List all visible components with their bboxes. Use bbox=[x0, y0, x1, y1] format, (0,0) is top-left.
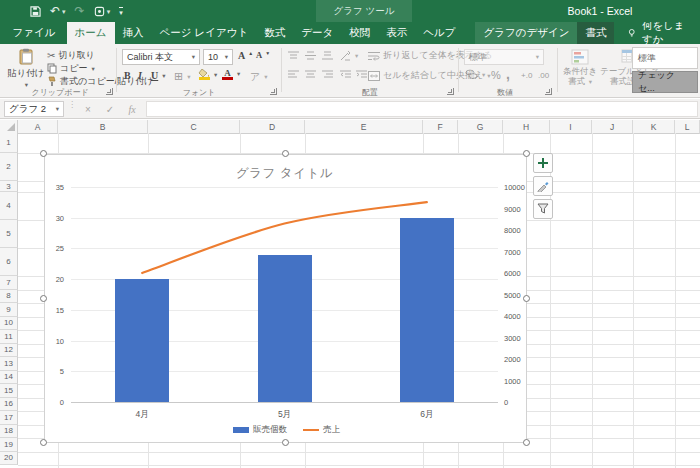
row-header-3[interactable]: 3 bbox=[0, 181, 18, 192]
number-dialog-launcher-icon[interactable] bbox=[545, 88, 552, 95]
insert-function-button[interactable]: fx bbox=[124, 101, 140, 117]
chart-legend[interactable]: 販売個数売上 bbox=[45, 424, 528, 436]
horizontal-align-buttons[interactable] bbox=[288, 70, 333, 79]
shrink-font-button[interactable]: A▼ bbox=[256, 50, 270, 60]
font-size-combobox[interactable]: 10▾ bbox=[203, 49, 233, 65]
row-header-4[interactable]: 4 bbox=[0, 192, 18, 220]
paste-button[interactable]: 貼り付け ▾ bbox=[8, 48, 44, 89]
row-header-9[interactable]: 9 bbox=[0, 303, 18, 317]
comma-style-button[interactable]: , bbox=[506, 66, 510, 82]
row-header-8[interactable]: 8 bbox=[0, 290, 18, 304]
row-header-1[interactable]: 1 bbox=[0, 133, 18, 153]
row-header-7[interactable]: 7 bbox=[0, 276, 18, 290]
chart-filters-button[interactable] bbox=[533, 199, 553, 219]
column-header-A[interactable]: A bbox=[18, 120, 58, 134]
row-header-16[interactable]: 16 bbox=[0, 398, 18, 412]
touch-mode-icon[interactable]: ▾ bbox=[94, 6, 111, 17]
orientation-button[interactable]: ▾ bbox=[340, 50, 358, 61]
font-dialog-launcher-icon[interactable] bbox=[270, 88, 277, 95]
italic-button[interactable]: I bbox=[138, 70, 142, 81]
chart-selection-handle[interactable] bbox=[40, 295, 47, 302]
chart-selection-handle[interactable] bbox=[40, 150, 47, 157]
row-header-6[interactable]: 6 bbox=[0, 248, 18, 276]
column-header-I[interactable]: I bbox=[550, 120, 592, 134]
column-header-E[interactable]: E bbox=[305, 120, 423, 134]
column-header-B[interactable]: B bbox=[58, 120, 148, 134]
chart-selection-handle[interactable] bbox=[282, 150, 289, 157]
save-icon[interactable] bbox=[30, 6, 41, 17]
chart-selection-handle[interactable] bbox=[523, 150, 530, 157]
bar-4月[interactable] bbox=[115, 279, 169, 402]
increase-decimal-button[interactable]: +.0 bbox=[521, 71, 532, 80]
cut-button[interactable]: ✂ 切り取り bbox=[47, 49, 95, 62]
percent-style-button[interactable]: % bbox=[491, 69, 501, 81]
phonetic-guide-button[interactable]: ア▾ bbox=[250, 70, 268, 84]
column-header-F[interactable]: F bbox=[423, 120, 458, 134]
cell-style-2[interactable]: チェック セ... bbox=[632, 71, 698, 93]
alignment-dialog-launcher-icon[interactable] bbox=[447, 88, 454, 95]
row-header-12[interactable]: 12 bbox=[0, 344, 18, 358]
row-header-14[interactable]: 14 bbox=[0, 371, 18, 385]
chart[interactable]: グラフ タイトル 販売個数売上 051015202530350100020003… bbox=[44, 154, 527, 443]
column-header-L[interactable]: L bbox=[675, 120, 700, 134]
row-header-19[interactable]: 19 bbox=[0, 438, 18, 452]
undo-dropdown-icon[interactable]: ▾ bbox=[62, 8, 66, 15]
row-header-15[interactable]: 15 bbox=[0, 384, 18, 398]
clipboard-dialog-launcher-icon[interactable] bbox=[106, 88, 113, 95]
underline-button[interactable]: U▾ bbox=[151, 70, 166, 81]
grow-font-button[interactable]: A▲ bbox=[238, 50, 253, 61]
row-header-20[interactable]: 20 bbox=[0, 452, 18, 466]
row-header-17[interactable]: 17 bbox=[0, 411, 18, 425]
select-all-corner[interactable] bbox=[0, 120, 18, 134]
bar-6月[interactable] bbox=[400, 218, 454, 402]
tab-ページ レイアウト[interactable]: ページ レイアウト bbox=[152, 22, 257, 44]
tab-数式[interactable]: 数式 bbox=[256, 22, 293, 44]
tab-書式[interactable]: 書式 bbox=[577, 22, 614, 44]
chart-styles-button[interactable] bbox=[533, 176, 553, 196]
formula-input[interactable] bbox=[146, 101, 698, 117]
vertical-align-buttons[interactable] bbox=[288, 51, 333, 60]
chart-elements-button[interactable] bbox=[533, 153, 553, 173]
chart-selection-handle[interactable] bbox=[40, 439, 47, 446]
conditional-formatting-button[interactable]: 条件付き書式 ▾ bbox=[563, 49, 597, 87]
tab-グラフのデザイン[interactable]: グラフのデザイン bbox=[475, 22, 577, 44]
column-header-G[interactable]: G bbox=[458, 120, 503, 134]
chart-title[interactable]: グラフ タイトル bbox=[71, 165, 498, 182]
chart-selection-handle[interactable] bbox=[523, 439, 530, 446]
formula-bar-splitter[interactable]: ⋮ bbox=[68, 103, 71, 115]
tab-表示[interactable]: 表示 bbox=[378, 22, 415, 44]
fill-color-button[interactable]: ▾ bbox=[198, 69, 217, 80]
accounting-format-button[interactable]: ▾ bbox=[465, 69, 485, 80]
number-format-combobox[interactable]: 標準▾ bbox=[464, 49, 544, 65]
cell-style-1[interactable]: 標準 bbox=[632, 47, 698, 69]
name-box[interactable]: グラフ 2▾ bbox=[4, 101, 64, 117]
tab-ファイル[interactable]: ファイル bbox=[2, 22, 67, 44]
tab-ホーム[interactable]: ホーム bbox=[67, 22, 115, 44]
row-header-10[interactable]: 10 bbox=[0, 317, 18, 331]
column-header-D[interactable]: D bbox=[240, 120, 305, 134]
row-header-11[interactable]: 11 bbox=[0, 330, 18, 344]
column-header-H[interactable]: H bbox=[503, 120, 550, 134]
worksheet-grid[interactable]: ABCDEFGHIJKL1234567891011121314151617181… bbox=[0, 120, 700, 468]
chart-selection-handle[interactable] bbox=[282, 439, 289, 446]
tab-ヘルプ[interactable]: ヘルプ bbox=[415, 22, 463, 44]
row-header-18[interactable]: 18 bbox=[0, 425, 18, 439]
tab-校閲[interactable]: 校閲 bbox=[341, 22, 378, 44]
bar-5月[interactable] bbox=[258, 255, 312, 402]
decrease-decimal-button[interactable]: .00 bbox=[538, 71, 549, 80]
chart-selection-handle[interactable] bbox=[523, 295, 530, 302]
row-header-2[interactable]: 2 bbox=[0, 153, 18, 181]
column-header-C[interactable]: C bbox=[148, 120, 240, 134]
row-header-5[interactable]: 5 bbox=[0, 220, 18, 248]
name-box-dropdown-icon[interactable]: ▾ bbox=[56, 105, 59, 113]
column-header-K[interactable]: K bbox=[633, 120, 675, 134]
indent-buttons[interactable] bbox=[340, 70, 367, 79]
font-name-combobox[interactable]: Calibri 本文▾ bbox=[122, 49, 200, 65]
copy-button[interactable]: コピー▾ bbox=[47, 62, 95, 75]
tab-データ[interactable]: データ bbox=[293, 22, 341, 44]
undo-icon[interactable]: ↶▾ bbox=[50, 5, 66, 17]
bold-button[interactable]: B bbox=[124, 70, 131, 81]
qat-customize-icon[interactable]: ▾ bbox=[119, 7, 123, 16]
column-header-J[interactable]: J bbox=[592, 120, 633, 134]
row-header-13[interactable]: 13 bbox=[0, 357, 18, 371]
